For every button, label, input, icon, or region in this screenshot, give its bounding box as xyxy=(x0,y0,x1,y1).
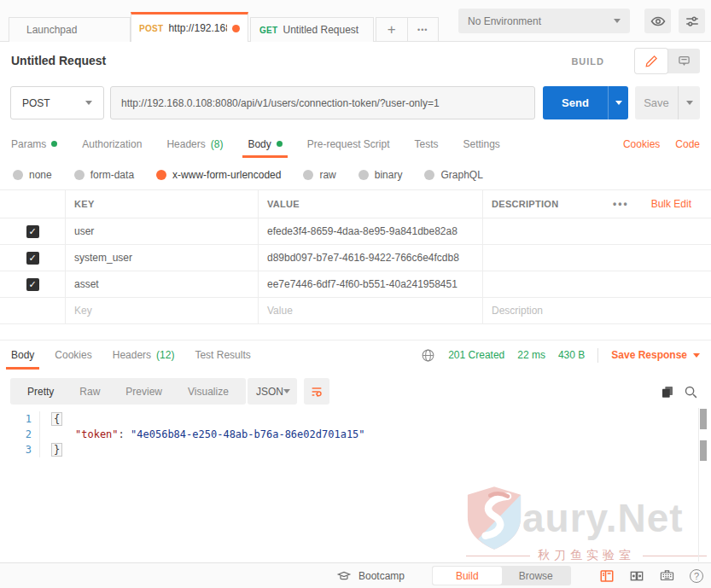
urlencoded-params-table: KEY VALUE DESCRIPTION ••• Bulk Edit ✓ us… xyxy=(0,189,711,324)
response-size: 430 B xyxy=(558,349,585,361)
divider xyxy=(466,556,530,556)
two-pane-view-icon[interactable] xyxy=(599,568,615,584)
table-row: ✓ asset ee7e7446-6df7-4f60-b551-40a24195… xyxy=(0,271,711,298)
table-placeholder-row: Key Value Description xyxy=(0,298,711,324)
cookies-link[interactable]: Cookies xyxy=(623,138,660,150)
tab-authorization[interactable]: Authorization xyxy=(82,130,142,158)
save-options-button[interactable] xyxy=(678,86,700,119)
description-cell[interactable] xyxy=(482,271,711,297)
save-response-button[interactable]: Save Response xyxy=(611,349,700,361)
tab-label: Headers xyxy=(166,138,205,150)
browse-toggle-button[interactable]: Browse xyxy=(502,567,571,585)
view-visualize[interactable]: Visualize xyxy=(175,386,242,398)
response-tab-cookies[interactable]: Cookies xyxy=(55,341,91,370)
body-type-graphql[interactable]: GraphQL xyxy=(424,169,482,181)
response-body-editor[interactable]: 1 { 2 "token": "4e056b84-e250-48ab-b76a-… xyxy=(0,411,687,457)
url-value: http://192.168.0.108:8080/api/v1/users/c… xyxy=(121,97,440,109)
tab-untitled-request[interactable]: GET Untitled Request xyxy=(250,17,374,42)
search-response-button[interactable] xyxy=(682,383,699,400)
console-icon[interactable] xyxy=(629,569,644,583)
footer-icons: ? xyxy=(599,563,703,588)
table-menu-button[interactable]: ••• xyxy=(613,198,629,210)
send-options-button[interactable] xyxy=(608,86,628,119)
body-type-x-www-form-urlencoded[interactable]: x-www-form-urlencoded xyxy=(156,169,281,181)
code-line: 3 } xyxy=(0,442,687,457)
view-pretty[interactable]: Pretty xyxy=(15,386,67,398)
description-cell[interactable] xyxy=(482,245,711,271)
add-tab-button[interactable]: + xyxy=(376,18,407,41)
save-button[interactable]: Save xyxy=(635,86,678,119)
help-button[interactable]: ? xyxy=(690,569,703,583)
tab-label: Cookies xyxy=(55,349,91,361)
comments-button[interactable] xyxy=(667,49,700,73)
environment-quick-look-button[interactable] xyxy=(644,9,671,33)
comment-icon xyxy=(678,55,691,67)
tab-label: Pre-request Script xyxy=(307,138,390,150)
tab-method-badge: POST xyxy=(139,24,163,33)
postman-app: Launchpad POST http://192.168.... GET Un… xyxy=(0,0,711,588)
environment-settings-button[interactable] xyxy=(679,9,705,33)
body-type-binary[interactable]: binary xyxy=(358,169,403,181)
code-link[interactable]: Code xyxy=(675,138,700,150)
status-badge: 201 Created xyxy=(448,349,504,361)
row-checkbox[interactable]: ✓ xyxy=(26,278,39,291)
bulk-edit-link[interactable]: Bulk Edit xyxy=(651,198,691,210)
tab-launchpad-label: Launchpad xyxy=(26,24,77,36)
table-row: ✓ user efede3f4-8659-4daa-8e95-9a841dbe8… xyxy=(0,218,711,245)
response-tab-test-results[interactable]: Test Results xyxy=(195,341,250,370)
tab-body[interactable]: Body xyxy=(248,130,282,158)
copy-response-button[interactable] xyxy=(659,383,676,400)
tab-params[interactable]: Params xyxy=(11,130,57,158)
description-input-placeholder[interactable]: Description xyxy=(492,305,543,317)
tab-active-request[interactable]: POST http://192.168.... xyxy=(131,12,248,42)
tab-options-button[interactable]: ••• xyxy=(407,18,439,41)
globe-icon xyxy=(421,348,435,363)
tab-headers[interactable]: Headers (8) xyxy=(166,130,223,158)
body-type-none[interactable]: none xyxy=(13,169,52,181)
tab-tests[interactable]: Tests xyxy=(414,130,438,158)
body-type-form-data[interactable]: form-data xyxy=(74,169,134,181)
environment-selector[interactable]: No Environment xyxy=(458,9,630,33)
value-cell[interactable]: efede3f4-8659-4daa-8e95-9a841dbe82a8 xyxy=(267,225,457,237)
code-content: } xyxy=(39,442,62,457)
wrap-lines-button[interactable] xyxy=(304,378,329,405)
key-input-placeholder[interactable]: Key xyxy=(74,305,92,317)
key-cell[interactable]: system_user xyxy=(74,252,132,264)
line-number: 3 xyxy=(0,442,39,457)
row-checkbox[interactable]: ✓ xyxy=(26,252,39,265)
radio-icon xyxy=(74,170,85,180)
response-tab-headers[interactable]: Headers (12) xyxy=(113,341,175,370)
body-type-raw[interactable]: raw xyxy=(303,169,335,181)
keyboard-shortcuts-icon[interactable] xyxy=(659,568,675,583)
table-row: ✓ system_user d89bd097-b7e7-4616-9422-76… xyxy=(0,245,711,271)
description-cell[interactable] xyxy=(482,218,711,244)
scrollbar-thumb[interactable] xyxy=(700,440,707,461)
value-cell[interactable]: ee7e7446-6df7-4f60-b551-40a241958451 xyxy=(267,278,457,290)
headers-count: (12) xyxy=(156,349,174,361)
edit-comment-toggle xyxy=(635,49,700,73)
tab-launchpad[interactable]: Launchpad xyxy=(9,17,131,42)
edit-mode-button[interactable] xyxy=(635,49,667,73)
view-raw[interactable]: Raw xyxy=(67,386,113,398)
value-cell[interactable]: d89bd097-b7e7-4616-9422-766c6e4fcdb8 xyxy=(267,252,459,264)
chevron-down-icon xyxy=(693,353,700,358)
build-toggle-button[interactable]: Build xyxy=(433,567,502,585)
view-preview[interactable]: Preview xyxy=(113,386,175,398)
method-selector[interactable]: POST xyxy=(10,86,104,119)
radio-selected-icon xyxy=(156,170,166,180)
ellipsis-icon: ••• xyxy=(417,26,428,34)
tab-pre-request-script[interactable]: Pre-request Script xyxy=(307,130,390,158)
response-tab-body[interactable]: Body xyxy=(11,341,34,370)
request-links: Cookies Code xyxy=(623,130,700,158)
key-cell[interactable]: user xyxy=(74,225,94,237)
url-input[interactable]: http://192.168.0.108:8080/api/v1/users/c… xyxy=(110,86,535,119)
response-format-selector[interactable]: JSON xyxy=(248,378,297,405)
scrollbar-thumb[interactable] xyxy=(700,409,707,429)
bootcamp-button[interactable]: Bootcamp xyxy=(336,563,405,588)
topbar: Launchpad POST http://192.168.... GET Un… xyxy=(0,0,711,42)
key-cell[interactable]: asset xyxy=(74,278,99,290)
row-checkbox[interactable]: ✓ xyxy=(26,225,39,238)
value-input-placeholder[interactable]: Value xyxy=(267,305,293,317)
send-button[interactable]: Send xyxy=(543,86,608,119)
tab-settings[interactable]: Settings xyxy=(463,130,500,158)
